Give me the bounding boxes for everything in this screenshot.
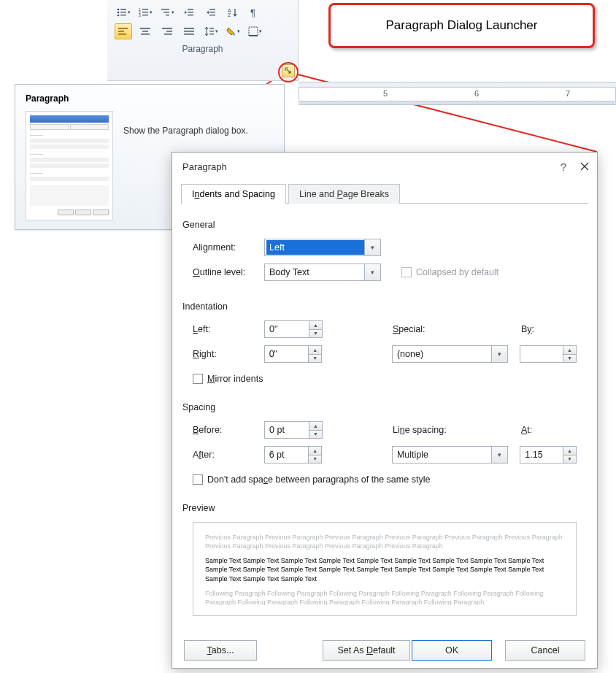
- ruler-number: 5: [383, 89, 388, 98]
- after-spinner[interactable]: 6 pt▲▼: [264, 446, 323, 464]
- preview-following: Following Paragraph Following Paragraph …: [205, 589, 564, 605]
- svg-rect-35: [184, 28, 194, 29]
- spinner-up-icon[interactable]: ▲: [563, 346, 576, 355]
- numbering-icon[interactable]: 123▾: [136, 4, 154, 20]
- dialog-title: Paragraph: [182, 161, 227, 172]
- multilevel-list-icon[interactable]: ▾: [158, 4, 176, 20]
- svg-text:¶: ¶: [250, 7, 255, 18]
- chevron-down-icon[interactable]: ▾: [491, 447, 507, 463]
- chevron-down-icon[interactable]: ▾: [491, 346, 507, 362]
- svg-rect-18: [188, 12, 193, 12]
- checkbox-icon[interactable]: [193, 374, 203, 384]
- alignment-select[interactable]: Left ▾: [264, 239, 381, 256]
- label-indent-left: Left:: [193, 324, 264, 334]
- align-right-icon[interactable]: [158, 23, 176, 39]
- indent-right-spinner[interactable]: 0"▲▼: [264, 345, 323, 363]
- tooltip-thumbnail: ───── ───── ─────: [26, 111, 113, 220]
- section-general: General: [182, 220, 577, 230]
- ruler-number: 7: [566, 89, 570, 98]
- spinner-down-icon[interactable]: ▼: [309, 431, 322, 439]
- svg-rect-16: [166, 15, 169, 15]
- section-indentation: Indentation: [182, 301, 577, 312]
- by-spinner[interactable]: ▲▼: [520, 345, 577, 363]
- section-preview: Preview: [182, 503, 577, 513]
- ok-button[interactable]: OK: [412, 640, 492, 661]
- set-default-button[interactable]: Set As Default: [323, 640, 410, 661]
- svg-text:Z: Z: [228, 12, 231, 18]
- dont-add-space-checkbox[interactable]: Don't add space between paragraphs of th…: [193, 474, 430, 485]
- mirror-indents-checkbox[interactable]: Mirror indents: [193, 374, 263, 384]
- svg-rect-42: [249, 35, 258, 36]
- line-spacing-select[interactable]: Multiple▾: [392, 446, 508, 464]
- tabs-button[interactable]: Tabs...: [184, 640, 257, 661]
- preview-box: Previous Paragraph Previous Paragraph Pr…: [193, 522, 577, 616]
- svg-rect-33: [166, 31, 172, 32]
- decrease-indent-icon[interactable]: [180, 4, 198, 20]
- sort-icon[interactable]: AZ: [224, 4, 242, 20]
- special-select[interactable]: (none)▾: [392, 345, 508, 363]
- show-hide-icon[interactable]: ¶: [246, 4, 263, 20]
- align-left-icon[interactable]: [115, 23, 132, 39]
- tab-line-page-breaks[interactable]: Line and Page Breaks: [288, 184, 400, 204]
- before-spinner[interactable]: 0 pt▲▼: [264, 421, 323, 439]
- label-before: Before:: [193, 425, 264, 435]
- svg-rect-27: [118, 31, 124, 32]
- bullets-icon[interactable]: ▾: [115, 4, 132, 20]
- ruler: 5 6 7: [299, 82, 616, 105]
- svg-rect-32: [162, 28, 172, 29]
- collapsed-checkbox: Collapsed by default: [401, 267, 498, 277]
- svg-rect-15: [163, 12, 169, 12]
- indent-left-spinner[interactable]: 0"▲▼: [264, 320, 323, 338]
- svg-rect-20: [209, 9, 215, 9]
- spinner-up-icon[interactable]: ▲: [309, 321, 322, 330]
- svg-rect-11: [142, 12, 148, 12]
- chevron-down-icon[interactable]: ▾: [364, 264, 380, 280]
- checkbox-icon[interactable]: [193, 474, 203, 485]
- svg-rect-3: [120, 9, 126, 9]
- label-after: After:: [193, 450, 264, 460]
- spinner-up-icon[interactable]: ▲: [309, 346, 321, 355]
- close-button[interactable]: [580, 161, 590, 172]
- justify-icon[interactable]: [180, 23, 198, 39]
- label-indent-right: Right:: [193, 349, 264, 359]
- svg-rect-30: [142, 31, 148, 32]
- svg-rect-34: [164, 34, 172, 35]
- chevron-down-icon[interactable]: ▾: [364, 239, 380, 255]
- align-center-icon[interactable]: [136, 23, 154, 39]
- svg-rect-14: [161, 9, 169, 9]
- spinner-up-icon[interactable]: ▲: [563, 447, 576, 455]
- svg-rect-39: [209, 31, 214, 31]
- launcher-highlight-circle: [278, 62, 299, 82]
- label-line-spacing: Line spacing:: [393, 425, 466, 435]
- spinner-up-icon[interactable]: ▲: [309, 422, 322, 431]
- svg-rect-5: [120, 12, 126, 12]
- svg-rect-7: [120, 15, 126, 15]
- ruler-number: 6: [474, 89, 479, 98]
- svg-rect-9: [142, 9, 148, 9]
- spinner-down-icon[interactable]: ▼: [309, 355, 321, 363]
- svg-rect-41: [249, 27, 258, 36]
- help-button[interactable]: ?: [561, 161, 566, 173]
- borders-icon[interactable]: ▾: [246, 23, 263, 39]
- at-spinner[interactable]: 1.15▲▼: [520, 446, 577, 464]
- checkbox-icon: [401, 267, 412, 277]
- outline-level-select[interactable]: Body Text ▾: [264, 264, 381, 281]
- line-spacing-icon[interactable]: ▾: [202, 23, 220, 39]
- svg-rect-26: [118, 28, 128, 29]
- ribbon-paragraph-group: ▾ 123▾ ▾ AZ ¶ ▾ ▾ ▾ Paragraph: [107, 0, 299, 81]
- cancel-button[interactable]: Cancel: [505, 640, 585, 661]
- spinner-down-icon[interactable]: ▼: [563, 355, 576, 363]
- svg-rect-36: [184, 31, 194, 32]
- shading-icon[interactable]: ▾: [224, 23, 242, 39]
- svg-rect-13: [142, 15, 148, 15]
- svg-rect-19: [188, 15, 193, 15]
- tab-indents-spacing[interactable]: Indents and Spacing: [181, 184, 286, 204]
- label-by: By:: [521, 324, 534, 334]
- spinner-down-icon[interactable]: ▼: [309, 330, 322, 338]
- spinner-up-icon[interactable]: ▲: [309, 447, 321, 455]
- spinner-down-icon[interactable]: ▼: [309, 455, 321, 464]
- increase-indent-icon[interactable]: [202, 4, 220, 20]
- svg-rect-37: [184, 34, 194, 35]
- spinner-down-icon[interactable]: ▼: [563, 455, 576, 464]
- svg-rect-31: [141, 34, 150, 35]
